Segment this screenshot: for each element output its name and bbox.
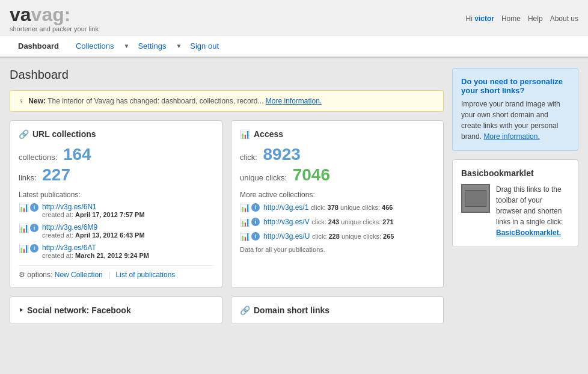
options-sep: |	[108, 271, 110, 279]
nav-signout[interactable]: Sign out	[182, 35, 227, 57]
click-stat-line: click: 8923	[240, 145, 435, 164]
bookmarklet-icon-inner	[465, 190, 486, 207]
access-bar-icon-1: 📊	[240, 217, 250, 227]
access-link-1[interactable]: http://v3g.es/V	[263, 218, 310, 226]
access-stats-1: click: 243 unique clicks: 271	[311, 218, 393, 225]
access-link-2[interactable]: http://v3g.es/U	[263, 232, 310, 241]
bar-chart-icon-1: 📊	[19, 223, 29, 233]
options-line: ⚙ options: New Collection | List of publ…	[19, 265, 213, 279]
info-icon-0: i	[30, 203, 38, 212]
click-label: click:	[240, 153, 257, 162]
list-publications-link[interactable]: List of publications	[116, 271, 176, 279]
link-icon: 🔗	[240, 305, 250, 315]
bookmarklet-link[interactable]: BasicBookmarklet.	[496, 228, 561, 237]
about-link[interactable]: About us	[550, 14, 578, 23]
domain-title: 🔗 Domain short links	[240, 305, 435, 315]
options-label: options:	[27, 271, 52, 279]
bar-chart-icon-2: 📊	[19, 244, 29, 253]
notice-icon: ♀	[19, 97, 24, 105]
left-column: Dashboard ♀ New: The interior of Vavag h…	[10, 68, 444, 324]
main-content: Dashboard ♀ New: The interior of Vavag h…	[0, 58, 588, 334]
pub-icons-2: 📊 i	[19, 244, 38, 253]
access-title: 📊 Access	[240, 129, 435, 139]
home-link[interactable]: Home	[501, 14, 521, 23]
signal-icon: 📊	[240, 129, 250, 139]
unique-stat-line: unique clicks: 7046	[240, 165, 435, 185]
access-item-2: 📊 i http://v3g.es/U click: 228 unique cl…	[240, 231, 435, 241]
access-info-icon-1: i	[251, 218, 260, 226]
notice-banner: ♀ New: The interior of Vavag has changed…	[10, 90, 444, 112]
pub-item-0: 📊 i http://v3g.es/6N1 created at: April …	[19, 203, 213, 218]
pub-created-2: created at: March 21, 2012 9:24 PM	[42, 252, 149, 259]
pub-icons-0: 📊 i	[19, 203, 38, 212]
pub-info-1: http://v3g.es/6M9 created at: April 13, …	[42, 223, 145, 239]
bottom-row: ‣ Social network: Facebook 🔗 Domain shor…	[10, 296, 444, 324]
domain-title-text: Domain short links	[254, 305, 329, 315]
collections-arrow-icon[interactable]: ▼	[124, 43, 130, 49]
new-collection-link[interactable]: New Collection	[55, 271, 103, 279]
logo-area: vavag: shortener and packer your link	[10, 5, 99, 32]
logo-vag: vag:	[31, 4, 71, 25]
pub-link-1[interactable]: http://v3g.es/6M9	[42, 223, 145, 231]
access-stats-2: click: 228 unique clicks: 265	[312, 233, 394, 240]
social-title: ‣ Social network: Facebook	[19, 305, 213, 315]
access-title-text: Access	[254, 129, 283, 139]
access-card: 📊 Access click: 8923 unique clicks: 7046…	[231, 120, 444, 288]
pub-icons-1: 📊 i	[19, 223, 38, 233]
pub-link-0[interactable]: http://v3g.es/6N1	[42, 203, 145, 211]
url-collections-title: 🔗 URL collections	[19, 129, 213, 139]
access-info-0: http://v3g.es/1 click: 378 unique clicks…	[263, 203, 393, 212]
access-info-2: http://v3g.es/U click: 228 unique clicks…	[263, 231, 394, 241]
pub-created-0: created at: April 17, 2012 7:57 PM	[42, 211, 145, 218]
bookmarklet-title: Basicbookmarklet	[461, 168, 569, 178]
collections-count-line: collections: 164	[19, 145, 213, 164]
unique-label: unique clicks:	[240, 173, 287, 182]
username-link[interactable]: victor	[474, 14, 494, 23]
collections-count: 164	[63, 145, 91, 164]
access-info-1: http://v3g.es/V click: 243 unique clicks…	[263, 217, 394, 226]
access-stats-0: click: 378 unique clicks: 466	[311, 204, 393, 211]
more-active-label: More active collections:	[240, 191, 435, 199]
collections-label: collections:	[19, 153, 57, 162]
pub-info-2: http://v3g.es/6AT created at: March 21, …	[42, 244, 149, 259]
promo-body: Improve your brand image with your own s…	[461, 99, 569, 142]
dashboard-grid: 🔗 URL collections collections: 164 links…	[10, 120, 444, 288]
hi-user: Hi victor	[466, 14, 494, 23]
nav-collections-wrapper: Collections ▼	[67, 35, 130, 57]
promo-card: Do you need to personalize your short li…	[452, 68, 578, 151]
access-item-0: 📊 i http://v3g.es/1 click: 378 unique cl…	[240, 203, 435, 212]
help-link[interactable]: Help	[528, 14, 543, 23]
access-info-icon-0: i	[251, 203, 260, 212]
info-icon-2: i	[30, 244, 38, 253]
settings-arrow-icon[interactable]: ▼	[176, 43, 182, 49]
access-item-1: 📊 i http://v3g.es/V click: 243 unique cl…	[240, 217, 435, 227]
main-nav: Dashboard Collections ▼ Settings ▼ Sign …	[0, 35, 588, 58]
promo-link[interactable]: More information.	[483, 132, 539, 141]
pub-item-1: 📊 i http://v3g.es/6M9 created at: April …	[19, 223, 213, 239]
social-title-text: Social network: Facebook	[27, 305, 131, 315]
pub-info-0: http://v3g.es/6N1 created at: April 17, …	[42, 203, 145, 218]
latest-label: Latest publications:	[19, 191, 213, 199]
page-title: Dashboard	[10, 68, 444, 82]
logo-subtitle: shortener and packer your link	[10, 25, 99, 32]
bookmarklet-content: Drag this links to the toolbar of your b…	[461, 184, 569, 238]
nav-settings[interactable]: Settings	[129, 35, 174, 57]
notice-text: The interior of Vavag has changed: dashb…	[47, 97, 263, 105]
click-count: 8923	[263, 145, 301, 164]
nav-collections[interactable]: Collections	[67, 35, 123, 57]
notice-link[interactable]: More information.	[266, 97, 322, 105]
pub-link-2[interactable]: http://v3g.es/6AT	[42, 244, 149, 252]
gear-icon: ⚙	[19, 271, 25, 279]
header-right: Hi victor Home Help About us	[466, 14, 578, 23]
info-icon-1: i	[30, 224, 38, 232]
nav-dashboard[interactable]: Dashboard	[10, 35, 67, 57]
links-count-line: links: 227	[19, 165, 213, 185]
logo: vavag:	[10, 5, 99, 24]
promo-title: Do you need to personalize your short li…	[461, 77, 569, 95]
bookmarklet-desc: Drag this links to the toolbar of your b…	[496, 185, 563, 226]
notice-bold: New:	[28, 97, 46, 105]
bookmarklet-card: Basicbookmarklet Drag this links to the …	[452, 159, 578, 247]
access-link-0[interactable]: http://v3g.es/1	[263, 203, 308, 212]
domain-card: 🔗 Domain short links	[231, 296, 444, 324]
access-icons-0: 📊 i	[240, 203, 260, 212]
